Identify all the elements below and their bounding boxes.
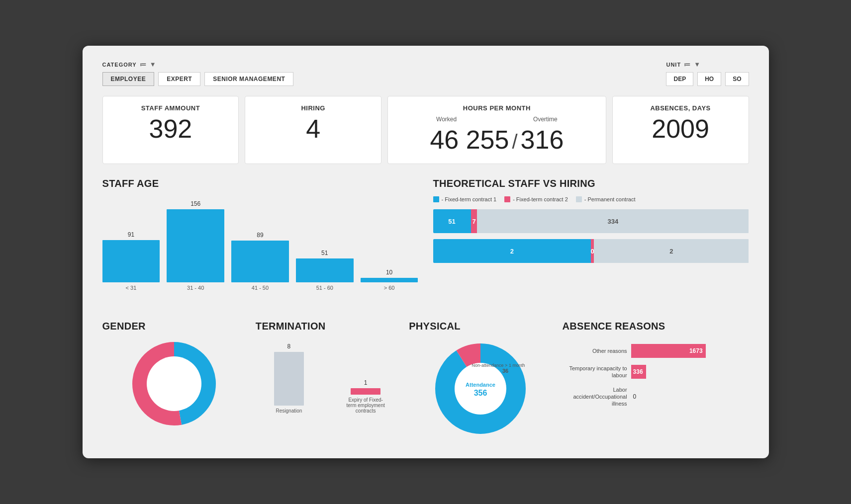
hours-card: HOURS PER MONTH Worked Overtime 46 255 /…	[387, 96, 606, 164]
absence-item-label: Temporary incapacity to labour	[563, 365, 627, 379]
unit-buttons: DEP HO SO	[666, 72, 749, 86]
absence-item-label: Labor accident/Occupational illness	[563, 386, 627, 408]
staff-age-bar-group: 89 41 - 50	[231, 232, 289, 291]
absence-row: Labor accident/Occupational illness 0	[563, 386, 749, 408]
gender-donut-svg: Male 184 Female 208	[129, 339, 219, 428]
theoretical-legend: - Fixed-term contract 1- Fixed-term cont…	[433, 196, 749, 202]
absence-bar-value: 1673	[689, 347, 703, 354]
horiz-seg-blue: 2	[433, 239, 591, 263]
absence-row: Other reasons 1673	[563, 344, 749, 358]
staff-amount-card: STAFF AMMOUNT 392	[102, 96, 239, 164]
hours-divider: /	[512, 131, 517, 153]
dashboard-frame: CATEGORY ≔ ▼ EMPLOYEE EXPERT SENIOR MANA…	[83, 46, 769, 458]
unit-so-button[interactable]: SO	[725, 72, 749, 86]
legend-dot	[433, 196, 439, 202]
bar-value: 156	[190, 200, 200, 207]
svg-text:36: 36	[502, 368, 508, 374]
category-expert-button[interactable]: EXPERT	[158, 72, 200, 86]
gender-title: GENDER	[102, 321, 246, 332]
absence-bar-fill: 336	[631, 365, 646, 379]
gender-donut-wrapper: Male 184 Female 208	[102, 339, 246, 428]
term-bar-value: 1	[364, 379, 368, 386]
theoretical-staff-title: THEORETICAL STAFF VS HIRING	[433, 178, 749, 189]
horiz-seg-pink: 7	[471, 209, 477, 233]
absences-title: ABSENCES, DAYS	[623, 104, 739, 112]
svg-text:Attendance: Attendance	[466, 382, 495, 388]
charts-row-2: GENDER Male 184 Female 208 TERMINATION	[102, 321, 749, 438]
theoretical-bars: 517334202	[433, 209, 749, 263]
hours-subtitles: Worked Overtime	[398, 116, 596, 123]
bar-label: 51 - 60	[316, 285, 333, 291]
unit-ho-button[interactable]: HO	[697, 72, 721, 86]
hiring-title: HIRING	[255, 104, 371, 112]
staff-age-bar-group: 156 31 - 40	[167, 200, 224, 291]
horiz-bar-row: 517334	[433, 209, 749, 233]
absence-bar-wrap: 336	[631, 365, 749, 379]
overtime-label: Overtime	[533, 116, 558, 123]
absence-value-outside: 0	[633, 393, 637, 400]
bar-label: < 31	[126, 285, 137, 291]
absence-row: Temporary incapacity to labour 336	[563, 365, 749, 379]
legend-label: - Fixed-term contract 1	[442, 196, 497, 202]
unit-dep-button[interactable]: DEP	[666, 72, 693, 86]
legend-label: - Permanent contract	[584, 196, 636, 202]
theoretical-staff-section: THEORETICAL STAFF VS HIRING - Fixed-term…	[433, 178, 749, 306]
absence-bar-wrap: 1673	[631, 344, 749, 358]
worked-label: Worked	[436, 116, 457, 123]
physical-section: PHYSICAL Non-attendance > 1 month 36 Att…	[409, 321, 552, 438]
kpi-row: STAFF AMMOUNT 392 HIRING 4 HOURS PER MON…	[102, 96, 749, 164]
legend-item: - Fixed-term contract 1	[433, 196, 497, 202]
category-label: CATEGORY ≔ ▼	[102, 61, 294, 68]
svg-text:Female: Female	[177, 380, 197, 387]
termination-bar-group: 1 Expiry of Fixed-term employment contra…	[332, 379, 399, 414]
filter-list-icon[interactable]: ≔	[140, 61, 147, 68]
staff-age-title: STAFF AGE	[102, 178, 418, 189]
header-left: CATEGORY ≔ ▼ EMPLOYEE EXPERT SENIOR MANA…	[102, 61, 294, 86]
bar	[167, 209, 224, 282]
physical-title: PHYSICAL	[409, 321, 552, 332]
term-bar-label: Resignation	[276, 408, 302, 414]
header-right: UNIT ≔ ▼ DEP HO SO	[666, 61, 749, 86]
absence-item-label: Other reasons	[563, 347, 627, 354]
unit-label: UNIT ≔ ▼	[666, 61, 749, 68]
staff-amount-value: 392	[113, 116, 229, 142]
staff-age-bar-group: 51 51 - 60	[296, 250, 354, 291]
physical-donut-wrapper: Non-attendance > 1 month 36 Attendance 3…	[409, 339, 552, 438]
termination-chart: 8 Resignation 1 Expiry of Fixed-term emp…	[256, 339, 399, 428]
category-employee-button[interactable]: EMPLOYEE	[102, 72, 155, 86]
bar-value: 10	[386, 269, 392, 276]
svg-text:208: 208	[182, 388, 192, 395]
category-senior-button[interactable]: SENIOR MANAGEMENT	[204, 72, 293, 86]
horiz-seg-blue: 51	[433, 209, 471, 233]
bar	[361, 278, 418, 282]
staff-amount-title: STAFF AMMOUNT	[113, 104, 229, 112]
term-bar-value: 8	[287, 343, 291, 350]
bar-value: 89	[257, 232, 263, 239]
unit-filter-icon[interactable]: ▼	[694, 61, 701, 68]
termination-section: TERMINATION 8 Resignation 1 Expiry of Fi…	[256, 321, 399, 438]
header: CATEGORY ≔ ▼ EMPLOYEE EXPERT SENIOR MANA…	[102, 61, 749, 86]
term-bar	[274, 352, 304, 406]
term-bar-label: Expiry of Fixed-term employment contract…	[346, 397, 385, 414]
legend-dot	[576, 196, 582, 202]
svg-text:184: 184	[154, 382, 166, 390]
hours-values: 46 255 / 316	[398, 125, 596, 155]
unit-filter-list-icon[interactable]: ≔	[684, 61, 691, 68]
filter-icon[interactable]: ▼	[150, 61, 157, 68]
termination-bar-group: 8 Resignation	[256, 343, 322, 414]
hours-title: HOURS PER MONTH	[398, 104, 596, 112]
hiring-value: 4	[255, 116, 371, 142]
absence-reasons-title: ABSENCE REASONS	[563, 321, 749, 332]
horiz-bar-row: 202	[433, 239, 749, 263]
hiring-card: HIRING 4	[245, 96, 381, 164]
staff-age-chart: 91 < 31 156 31 - 40 89 41 - 50 51 51 - 6…	[102, 196, 418, 306]
absences-value: 2009	[623, 116, 739, 142]
absences-card: ABSENCES, DAYS 2009	[612, 96, 749, 164]
svg-text:Male: Male	[153, 375, 167, 382]
horiz-seg-lightgray: 334	[477, 209, 749, 233]
absence-bar-fill: 1673	[631, 344, 706, 358]
bar-value: 91	[128, 231, 134, 238]
physical-donut-svg: Non-attendance > 1 month 36 Attendance 3…	[431, 339, 530, 438]
horiz-seg-lightgray: 2	[594, 239, 749, 263]
bar-label: > 60	[384, 285, 395, 291]
